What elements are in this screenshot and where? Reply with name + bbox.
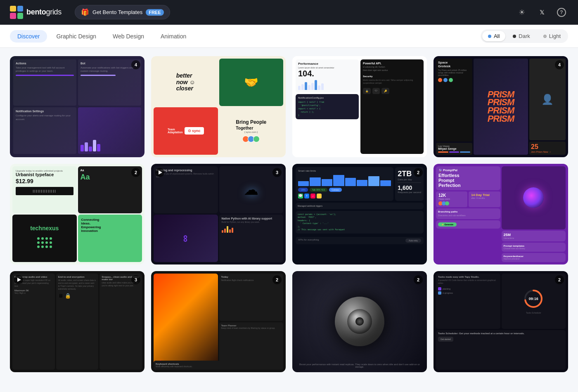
filter-dot-dark [513, 35, 516, 38]
card-5-content: Upgrade today to enable unlimited projec… [10, 164, 144, 265]
theme-toggle-button[interactable]: ☀ [515, 6, 528, 19]
filter-group: All Dark Light [481, 29, 568, 43]
card-9[interactable]: 3 Easily crop audio and video Streams in… [10, 271, 144, 372]
sun-icon: ☀ [519, 8, 525, 17]
card-2-inner: betternow ☺closer 🤝 TeamAdaptation ⊙ syn… [151, 56, 286, 157]
card-10-content: 🔥 Today Notification flight check notifi… [151, 271, 286, 372]
card-9-play [14, 275, 23, 284]
card-7-badge: 2 [414, 168, 423, 177]
card-11-content [292, 271, 427, 372]
card-3[interactable]: Performance Lorem ipsum dolor sit amet c… [292, 56, 427, 157]
filter-light-label: Light [549, 33, 561, 39]
tab-animation[interactable]: Animation [153, 30, 194, 43]
card-11-inner: Boost your performance with instant read… [292, 271, 427, 372]
card-11[interactable]: 2 Boost your performance with instant re… [292, 271, 427, 372]
card-4[interactable]: 4 SpaceGrotesk Try Prism and unlock 25 m… [434, 56, 568, 157]
logo[interactable]: bentogrids [10, 6, 62, 19]
tab-web-design[interactable]: Web Design [105, 30, 152, 43]
card-1[interactable]: 4 Actions Take your management tool with… [10, 56, 144, 157]
filter-dark[interactable]: Dark [507, 31, 535, 41]
card-3-inner: Performance Lorem ipsum dolor sit amet c… [292, 56, 427, 157]
card-1-inner: Actions Take your management tool with f… [10, 56, 144, 157]
cards-grid: 4 Actions Take your management tool with… [10, 56, 568, 372]
card-8-inner: 🔮 PromptPal EffortlessPromptPerfection 1… [434, 164, 568, 265]
card-6-badge: 3 [272, 168, 282, 177]
nav-tabs: Discover Graphic Design Web Design Anima… [10, 30, 481, 43]
card-6-inner: Hacking and reprocessing We inform you o… [151, 164, 286, 265]
card-1-content: Actions Take your management tool with f… [10, 56, 144, 157]
card-3-content: Performance Lorem ipsum dolor sit amet c… [292, 56, 427, 157]
help-icon: ? [557, 8, 566, 17]
card-4-inner: SpaceGrotesk Try Prism and unlock 25 mil… [434, 56, 568, 157]
card-9-inner: Easily crop audio and video Streams in s… [10, 271, 144, 372]
tab-graphic-design[interactable]: Graphic Design [49, 30, 104, 43]
card-12-badge: 2 [555, 275, 564, 284]
main-content: 4 Actions Take your management tool with… [0, 48, 578, 392]
card-7-inner: Smart rate limits [292, 164, 427, 265]
card-5-badge: 2 [131, 168, 140, 177]
filter-dot-light [543, 35, 547, 38]
cta-badge: FREE [146, 9, 163, 16]
card-11-badge: 2 [414, 275, 423, 284]
cta-button[interactable]: 🎁 Get Bento Templates FREE [75, 5, 170, 19]
card-12[interactable]: 2 Tasks made easy with Tapy Studio. A po… [434, 271, 568, 372]
tab-discover[interactable]: Discover [10, 30, 47, 43]
twitter-icon: 𝕏 [540, 9, 544, 16]
card-10[interactable]: 2 🔥 Today Notification flight check noti… [151, 271, 286, 372]
card-8-content: 🔮 PromptPal EffortlessPromptPerfection 1… [434, 164, 568, 265]
card-4-content: SpaceGrotesk Try Prism and unlock 25 mil… [434, 56, 568, 157]
card-9-badge: 3 [131, 275, 140, 284]
card-5-inner: Upgrade today to enable unlimited projec… [10, 164, 144, 265]
twitter-button[interactable]: 𝕏 [535, 6, 548, 19]
gift-icon: 🎁 [81, 8, 89, 16]
logo-text: bentogrids [26, 8, 62, 17]
card-4-badge: 4 [555, 60, 564, 69]
topbar: bentogrids 🎁 Get Bento Templates FREE ☀ … [0, 0, 578, 25]
card-2[interactable]: betternow ☺closer 🤝 TeamAdaptation ⊙ syn… [151, 56, 286, 157]
card-10-badge: 2 [272, 275, 282, 284]
card-9-content: Easily crop audio and video Streams in s… [10, 271, 144, 372]
card-6[interactable]: 3 Hacking and reprocessing We inform you… [151, 164, 286, 265]
card-7-content: Smart rate limits [292, 164, 427, 265]
filter-dot-all [488, 35, 491, 38]
card-8[interactable]: 🔮 PromptPal EffortlessPromptPerfection 1… [434, 164, 568, 265]
card-1-badge: 4 [131, 60, 140, 69]
navbar: Discover Graphic Design Web Design Anima… [0, 25, 578, 48]
cta-label: Get Bento Templates [92, 9, 142, 15]
help-button[interactable]: ? [555, 6, 568, 19]
filter-dark-label: Dark [519, 33, 530, 39]
card-6-content: Hacking and reprocessing We inform you o… [151, 164, 286, 265]
card-10-inner: 🔥 Today Notification flight check notifi… [151, 271, 286, 372]
filter-light[interactable]: Light [538, 31, 566, 41]
card-12-inner: Tasks made easy with Tapy Studio. A powe… [434, 271, 568, 372]
card-7[interactable]: 2 Smart rate limits [292, 164, 427, 265]
card-2-content: betternow ☺closer 🤝 TeamAdaptation ⊙ syn… [151, 56, 286, 157]
logo-icon [10, 6, 23, 19]
filter-all-label: All [494, 33, 500, 39]
card-12-content: Tasks made easy with Tapy Studio. A powe… [434, 271, 568, 372]
card-5[interactable]: 2 Upgrade today to enable unlimited proj… [10, 164, 144, 265]
card-6-play [155, 168, 164, 177]
topbar-actions: ☀ 𝕏 ? [515, 6, 568, 19]
filter-all[interactable]: All [482, 31, 505, 41]
